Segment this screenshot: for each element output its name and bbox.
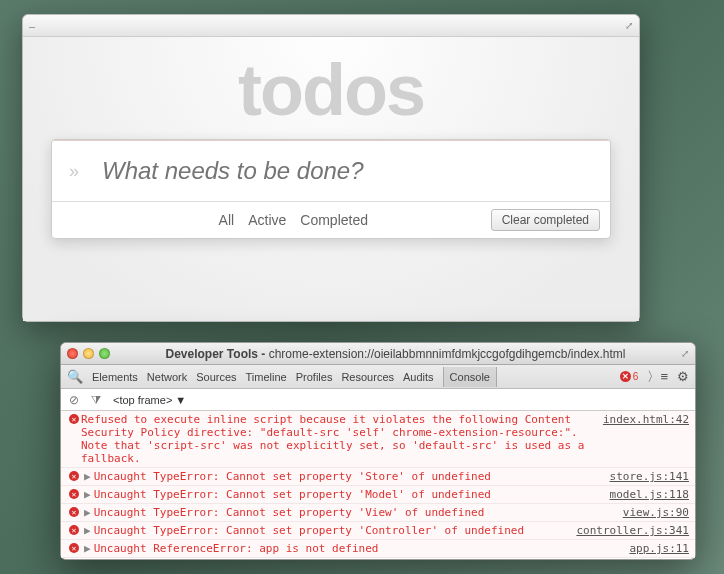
- console-output: ✕Refused to execute inline script becaus…: [61, 411, 695, 559]
- console-message-row: ✕▶Uncaught TypeError: Cannot set propert…: [61, 504, 695, 522]
- console-message-row: ✕Refused to execute inline script becaus…: [61, 411, 695, 468]
- filter-all[interactable]: All: [219, 212, 235, 228]
- devtools-titlebar[interactable]: Developer Tools - chrome-extension://oie…: [61, 343, 695, 365]
- error-message: Uncaught ReferenceError: app is not defi…: [94, 542, 622, 555]
- clear-console-icon[interactable]: ⊘: [69, 393, 79, 407]
- todo-card: » All Active Completed Clear completed: [51, 139, 611, 239]
- tab-audits[interactable]: Audits: [403, 371, 434, 383]
- settings-gear-icon[interactable]: ⚙: [677, 369, 689, 384]
- clear-completed-button[interactable]: Clear completed: [491, 209, 600, 231]
- source-link[interactable]: app.js:11: [621, 542, 689, 555]
- console-prompt[interactable]: ›: [61, 558, 695, 559]
- error-count: 6: [633, 371, 639, 382]
- input-row: »: [52, 140, 610, 202]
- devtools-title: Developer Tools - chrome-extension://oie…: [116, 347, 675, 361]
- error-icon: ✕: [620, 371, 631, 382]
- zoom-icon[interactable]: [99, 348, 110, 359]
- error-message: Uncaught TypeError: Cannot set property …: [94, 488, 602, 501]
- new-todo-input[interactable]: [96, 151, 610, 191]
- console-subbar: ⊘ ⧩ <top frame> ▼: [61, 389, 695, 411]
- source-link[interactable]: index.html:42: [595, 413, 689, 426]
- frame-selector[interactable]: <top frame> ▼: [113, 394, 186, 406]
- close-icon[interactable]: [67, 348, 78, 359]
- minimize-icon[interactable]: –: [29, 20, 45, 32]
- error-message: Uncaught TypeError: Cannot set property …: [94, 470, 602, 483]
- source-link[interactable]: controller.js:341: [568, 524, 689, 537]
- filter-completed[interactable]: Completed: [300, 212, 368, 228]
- console-message-row: ✕▶Uncaught TypeError: Cannot set propert…: [61, 486, 695, 504]
- error-icon: ✕: [69, 525, 79, 535]
- app-titlebar[interactable]: – ⤢: [23, 15, 639, 37]
- tab-profiles[interactable]: Profiles: [296, 371, 333, 383]
- console-message-row: ✕▶Uncaught TypeError: Cannot set propert…: [61, 522, 695, 540]
- error-message: Uncaught TypeError: Cannot set property …: [94, 524, 569, 537]
- error-icon: ✕: [69, 489, 79, 499]
- toggle-all-icon[interactable]: »: [52, 161, 96, 182]
- source-link[interactable]: model.js:118: [602, 488, 689, 501]
- error-icon: ✕: [69, 507, 79, 517]
- expand-icon[interactable]: ⤢: [617, 20, 633, 31]
- footer-row: All Active Completed Clear completed: [52, 202, 610, 238]
- filter-icon[interactable]: ⧩: [91, 393, 101, 407]
- devtools-window: Developer Tools - chrome-extension://oie…: [60, 342, 696, 560]
- filter-group: All Active Completed: [96, 212, 491, 228]
- traffic-lights: [67, 348, 110, 359]
- tab-network[interactable]: Network: [147, 371, 187, 383]
- drawer-toggle-icon[interactable]: 〉≡: [647, 368, 668, 386]
- minimize-icon[interactable]: [83, 348, 94, 359]
- tab-timeline[interactable]: Timeline: [246, 371, 287, 383]
- expand-arrow-icon[interactable]: ▶: [81, 506, 94, 519]
- error-message: Uncaught TypeError: Cannot set property …: [94, 506, 615, 519]
- console-message-row: ✕▶Uncaught TypeError: Cannot set propert…: [61, 468, 695, 486]
- error-icon: ✕: [69, 414, 79, 424]
- app-body: todos » All Active Completed Clear compl…: [23, 37, 639, 321]
- tab-resources[interactable]: Resources: [341, 371, 394, 383]
- source-link[interactable]: view.js:90: [615, 506, 689, 519]
- expand-arrow-icon[interactable]: ▶: [81, 542, 94, 555]
- source-link[interactable]: store.js:141: [602, 470, 689, 483]
- tab-elements[interactable]: Elements: [92, 371, 138, 383]
- tab-console[interactable]: Console: [443, 367, 497, 387]
- expand-arrow-icon[interactable]: ▶: [81, 524, 94, 537]
- inspect-icon[interactable]: 🔍: [67, 369, 83, 384]
- error-message: Refused to execute inline script because…: [81, 413, 595, 465]
- error-icon: ✕: [69, 543, 79, 553]
- app-title: todos: [23, 49, 639, 131]
- expand-arrow-icon[interactable]: ▶: [81, 488, 94, 501]
- maximize-icon[interactable]: ⤢: [681, 348, 689, 359]
- devtools-toolbar: 🔍 Elements Network Sources Timeline Prof…: [61, 365, 695, 389]
- console-message-row: ✕▶Uncaught ReferenceError: app is not de…: [61, 540, 695, 558]
- todos-app-window: – ⤢ todos » All Active Completed Clear c…: [22, 14, 640, 322]
- filter-active[interactable]: Active: [248, 212, 286, 228]
- expand-arrow-icon[interactable]: ▶: [81, 470, 94, 483]
- error-icon: ✕: [69, 471, 79, 481]
- error-count-badge[interactable]: ✕ 6: [620, 371, 639, 382]
- tab-sources[interactable]: Sources: [196, 371, 236, 383]
